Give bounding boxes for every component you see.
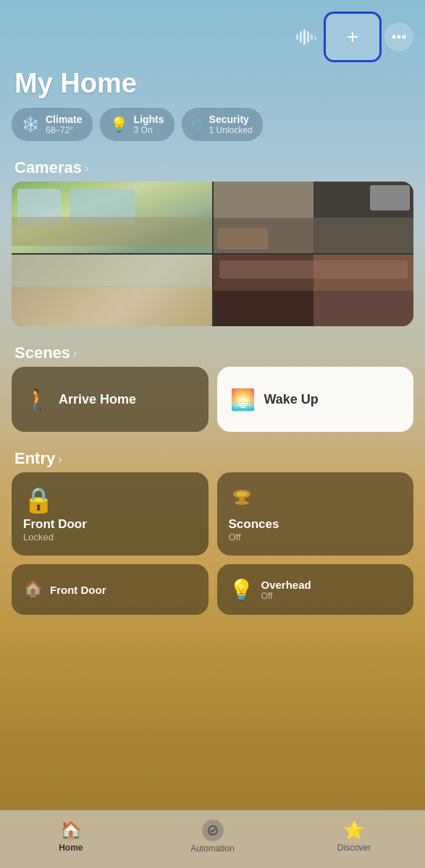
overhead-card[interactable]: 💡 Overhead Off bbox=[217, 564, 414, 615]
scenes-title: Scenes bbox=[14, 344, 70, 362]
entry-grid: 🔒 Front Door Locked Sconces Off bbox=[0, 472, 425, 564]
sconces-label: Sconces bbox=[229, 517, 403, 532]
scene-wake-up[interactable]: 🌅 Wake Up bbox=[217, 367, 414, 432]
add-button[interactable]: + bbox=[324, 12, 382, 62]
svg-point-7 bbox=[397, 35, 401, 39]
entry-chevron: › bbox=[58, 453, 62, 466]
sconces-card[interactable]: Sconces Off bbox=[217, 472, 414, 556]
wake-up-label: Wake Up bbox=[264, 392, 319, 407]
lights-sub: 3 On bbox=[134, 125, 164, 135]
lights-label: Lights bbox=[134, 114, 164, 125]
svg-point-8 bbox=[403, 35, 406, 39]
svg-rect-1 bbox=[300, 31, 302, 43]
scene-arrive-home[interactable]: 🚶 Arrive Home bbox=[12, 367, 209, 432]
header: + bbox=[0, 0, 425, 65]
cameras-title: Cameras bbox=[14, 158, 82, 177]
wake-up-icon: 🌅 bbox=[230, 388, 256, 412]
overhead-status: Off bbox=[261, 591, 311, 601]
entry-section-header[interactable]: Entry › bbox=[0, 443, 425, 472]
page-title: My Home bbox=[0, 65, 425, 108]
camera-grid bbox=[12, 182, 413, 326]
svg-point-12 bbox=[235, 501, 249, 505]
lights-pill[interactable]: 💡 Lights 3 On bbox=[100, 108, 174, 141]
front-door-bottom-label: Front Door bbox=[50, 584, 106, 596]
scenes-chevron: › bbox=[73, 347, 77, 360]
main-content: + My Home ❄️ Climate 68–72° 💡 Lights 3 O… bbox=[0, 0, 425, 868]
camera-cell-2[interactable] bbox=[214, 182, 414, 253]
scenes-section-header[interactable]: Scenes › bbox=[0, 338, 425, 367]
svg-point-6 bbox=[392, 35, 396, 39]
sconces-status: Off bbox=[229, 532, 403, 542]
svg-rect-4 bbox=[311, 34, 313, 40]
cameras-section-header[interactable]: Cameras › bbox=[0, 153, 425, 182]
more-button[interactable] bbox=[384, 22, 413, 51]
front-door-label: Front Door bbox=[23, 517, 197, 532]
entry-title: Entry bbox=[14, 449, 55, 468]
partial-cards-row: 🏠 Front Door 💡 Overhead Off bbox=[0, 564, 425, 615]
climate-label: Climate bbox=[46, 114, 83, 125]
overhead-label: Overhead bbox=[261, 579, 311, 591]
security-label: Security bbox=[209, 114, 253, 125]
front-door-card[interactable]: 🔒 Front Door Locked bbox=[12, 472, 209, 556]
svg-point-10 bbox=[236, 492, 248, 497]
lock-icon: 🔒 bbox=[23, 485, 197, 514]
wave-icon bbox=[292, 22, 321, 51]
climate-sub: 68–72° bbox=[46, 125, 83, 135]
front-door-status: Locked bbox=[23, 532, 197, 542]
security-sub: 1 Unlocked bbox=[209, 125, 253, 135]
camera-cell-1[interactable] bbox=[12, 182, 212, 253]
overhead-icon: 💡 bbox=[229, 578, 254, 602]
arrive-home-icon: 🚶 bbox=[25, 388, 50, 412]
camera-cell-4[interactable] bbox=[214, 255, 414, 326]
cameras-chevron: › bbox=[85, 162, 88, 175]
climate-pill[interactable]: ❄️ Climate 68–72° bbox=[12, 108, 93, 141]
sconces-icon bbox=[229, 485, 403, 517]
svg-rect-5 bbox=[314, 36, 316, 40]
arrive-home-label: Arrive Home bbox=[59, 392, 136, 407]
security-icon: ⬡ bbox=[192, 116, 203, 132]
quick-access-row: ❄️ Climate 68–72° 💡 Lights 3 On ⬡ Securi… bbox=[0, 108, 425, 153]
scenes-row: 🚶 Arrive Home 🌅 Wake Up bbox=[0, 367, 425, 443]
front-door-bottom[interactable]: 🏠 Front Door bbox=[12, 564, 209, 615]
security-pill[interactable]: ⬡ Security 1 Unlocked bbox=[182, 108, 263, 141]
camera-cell-3[interactable] bbox=[12, 255, 212, 326]
lights-icon: 💡 bbox=[110, 116, 128, 133]
climate-icon: ❄️ bbox=[22, 116, 40, 133]
svg-rect-3 bbox=[307, 31, 309, 43]
svg-rect-2 bbox=[303, 29, 306, 45]
svg-rect-0 bbox=[296, 34, 298, 40]
